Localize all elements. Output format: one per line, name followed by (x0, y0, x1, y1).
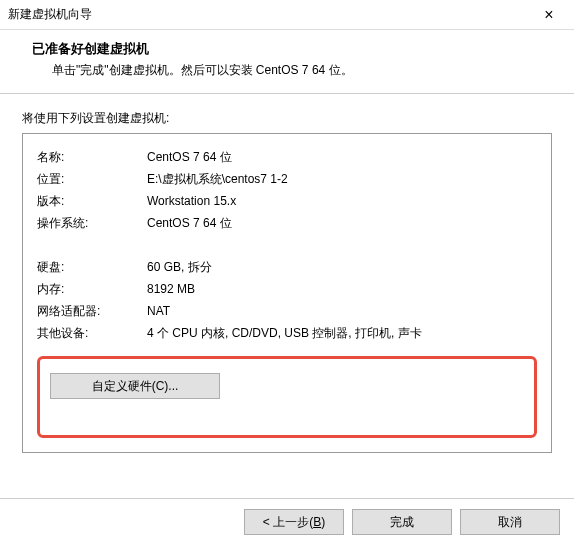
setting-key: 硬盘: (37, 256, 147, 278)
setting-key: 内存: (37, 278, 147, 300)
setting-key: 网络适配器: (37, 300, 147, 322)
button-label: 自定义硬件(C)... (92, 379, 179, 393)
back-button[interactable]: < 上一步(B) (244, 509, 344, 535)
setting-value: CentOS 7 64 位 (147, 146, 537, 168)
setting-row-other: 其他设备: 4 个 CPU 内核, CD/DVD, USB 控制器, 打印机, … (37, 322, 537, 344)
customize-hardware-button[interactable]: 自定义硬件(C)... (50, 373, 220, 399)
wizard-header: 已准备好创建虚拟机 单击"完成"创建虚拟机。然后可以安装 CentOS 7 64… (0, 30, 574, 94)
highlight-annotation: 自定义硬件(C)... (37, 356, 537, 438)
setting-row-memory: 内存: 8192 MB (37, 278, 537, 300)
setting-row-location: 位置: E:\虚拟机系统\centos7 1-2 (37, 168, 537, 190)
setting-row-disk: 硬盘: 60 GB, 拆分 (37, 256, 537, 278)
setting-key: 名称: (37, 146, 147, 168)
setting-row-network: 网络适配器: NAT (37, 300, 537, 322)
settings-label: 将使用下列设置创建虚拟机: (22, 110, 552, 127)
setting-value: 60 GB, 拆分 (147, 256, 537, 278)
settings-panel: 名称: CentOS 7 64 位 位置: E:\虚拟机系统\centos7 1… (22, 133, 552, 453)
setting-row-name: 名称: CentOS 7 64 位 (37, 146, 537, 168)
finish-button[interactable]: 完成 (352, 509, 452, 535)
page-title: 已准备好创建虚拟机 (32, 40, 554, 58)
setting-value: CentOS 7 64 位 (147, 212, 537, 234)
close-icon[interactable]: × (534, 6, 564, 24)
page-subtitle: 单击"完成"创建虚拟机。然后可以安装 CentOS 7 64 位。 (32, 62, 554, 79)
window-title: 新建虚拟机向导 (8, 6, 92, 23)
setting-row-version: 版本: Workstation 15.x (37, 190, 537, 212)
setting-key: 位置: (37, 168, 147, 190)
button-label: 取消 (498, 515, 522, 529)
setting-value: 8192 MB (147, 278, 537, 300)
setting-row-os: 操作系统: CentOS 7 64 位 (37, 212, 537, 234)
setting-value: E:\虚拟机系统\centos7 1-2 (147, 168, 537, 190)
cancel-button[interactable]: 取消 (460, 509, 560, 535)
button-label: 完成 (390, 515, 414, 529)
setting-value: NAT (147, 300, 537, 322)
setting-key: 操作系统: (37, 212, 147, 234)
titlebar: 新建虚拟机向导 × (0, 0, 574, 30)
setting-value: Workstation 15.x (147, 190, 537, 212)
setting-key: 其他设备: (37, 322, 147, 344)
setting-value: 4 个 CPU 内核, CD/DVD, USB 控制器, 打印机, 声卡 (147, 322, 537, 344)
setting-key: 版本: (37, 190, 147, 212)
wizard-body: 将使用下列设置创建虚拟机: 名称: CentOS 7 64 位 位置: E:\虚… (0, 94, 574, 463)
wizard-footer: < 上一步(B) 完成 取消 (0, 498, 574, 547)
